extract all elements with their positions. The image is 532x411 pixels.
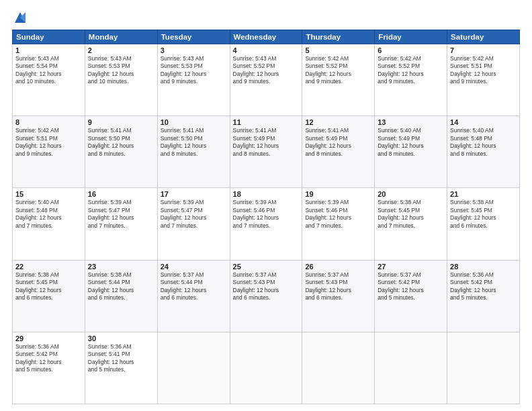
day-number: 12 [305,118,371,126]
day-header-saturday: Saturday [447,30,520,44]
calendar-cell: 4Sunrise: 5:43 AM Sunset: 5:52 PM Daylig… [230,44,302,116]
calendar-cell: 3Sunrise: 5:43 AM Sunset: 5:53 PM Daylig… [157,44,230,116]
calendar-cell [230,332,302,404]
day-header-tuesday: Tuesday [157,30,230,44]
day-info: Sunrise: 5:42 AM Sunset: 5:52 PM Dayligh… [305,55,371,86]
day-info: Sunrise: 5:42 AM Sunset: 5:51 PM Dayligh… [15,127,82,158]
calendar-cell: 26Sunrise: 5:37 AM Sunset: 5:43 PM Dayli… [302,260,375,332]
calendar-cell: 24Sunrise: 5:37 AM Sunset: 5:44 PM Dayli… [157,260,230,332]
calendar-cell: 22Sunrise: 5:38 AM Sunset: 5:45 PM Dayli… [13,260,85,332]
day-info: Sunrise: 5:41 AM Sunset: 5:50 PM Dayligh… [88,127,154,158]
day-number: 11 [233,118,300,126]
day-info: Sunrise: 5:38 AM Sunset: 5:45 PM Dayligh… [378,199,444,230]
calendar-cell: 14Sunrise: 5:40 AM Sunset: 5:48 PM Dayli… [447,116,520,188]
calendar-cell: 2Sunrise: 5:43 AM Sunset: 5:53 PM Daylig… [85,44,157,116]
day-number: 18 [233,190,300,198]
day-info: Sunrise: 5:41 AM Sunset: 5:49 PM Dayligh… [305,127,371,158]
day-info: Sunrise: 5:41 AM Sunset: 5:50 PM Dayligh… [161,127,227,158]
calendar-cell: 12Sunrise: 5:41 AM Sunset: 5:49 PM Dayli… [302,116,375,188]
week-row-5: 29Sunrise: 5:36 AM Sunset: 5:42 PM Dayli… [13,332,520,404]
day-info: Sunrise: 5:37 AM Sunset: 5:42 PM Dayligh… [378,271,444,302]
day-number: 8 [15,118,82,126]
calendar-cell: 6Sunrise: 5:42 AM Sunset: 5:52 PM Daylig… [375,44,447,116]
day-info: Sunrise: 5:43 AM Sunset: 5:52 PM Dayligh… [233,55,300,86]
calendar-cell: 17Sunrise: 5:39 AM Sunset: 5:47 PM Dayli… [157,188,230,260]
day-number: 5 [305,46,371,54]
day-number: 29 [15,334,82,342]
day-info: Sunrise: 5:40 AM Sunset: 5:48 PM Dayligh… [15,199,82,230]
calendar-cell [375,332,447,404]
day-number: 20 [378,190,444,198]
header [12,11,520,24]
calendar-cell [157,332,230,404]
day-number: 2 [88,46,154,54]
calendar-cell: 18Sunrise: 5:39 AM Sunset: 5:46 PM Dayli… [230,188,302,260]
day-number: 7 [450,46,517,54]
day-info: Sunrise: 5:36 AM Sunset: 5:42 PM Dayligh… [450,271,517,302]
day-number: 1 [15,46,82,54]
day-info: Sunrise: 5:38 AM Sunset: 5:45 PM Dayligh… [15,271,82,302]
day-info: Sunrise: 5:43 AM Sunset: 5:53 PM Dayligh… [161,55,227,86]
day-info: Sunrise: 5:37 AM Sunset: 5:44 PM Dayligh… [161,271,227,302]
day-number: 25 [233,263,300,271]
day-info: Sunrise: 5:43 AM Sunset: 5:54 PM Dayligh… [15,55,82,86]
day-number: 28 [450,263,517,271]
calendar-header-row: SundayMondayTuesdayWednesdayThursdayFrid… [13,30,520,44]
day-number: 6 [378,46,444,54]
calendar-cell: 13Sunrise: 5:40 AM Sunset: 5:49 PM Dayli… [375,116,447,188]
day-info: Sunrise: 5:38 AM Sunset: 5:44 PM Dayligh… [88,271,154,302]
day-number: 26 [305,263,371,271]
week-row-2: 8Sunrise: 5:42 AM Sunset: 5:51 PM Daylig… [13,116,520,188]
calendar-cell: 5Sunrise: 5:42 AM Sunset: 5:52 PM Daylig… [302,44,375,116]
calendar-cell: 16Sunrise: 5:39 AM Sunset: 5:47 PM Dayli… [85,188,157,260]
day-header-wednesday: Wednesday [230,30,302,44]
day-info: Sunrise: 5:39 AM Sunset: 5:47 PM Dayligh… [161,199,227,230]
day-number: 21 [450,190,517,198]
day-info: Sunrise: 5:43 AM Sunset: 5:53 PM Dayligh… [88,55,154,86]
calendar-cell: 11Sunrise: 5:41 AM Sunset: 5:49 PM Dayli… [230,116,302,188]
day-number: 4 [233,46,300,54]
day-number: 24 [161,263,227,271]
page: SundayMondayTuesdayWednesdayThursdayFrid… [0,0,532,411]
calendar-cell [447,332,520,404]
calendar-cell: 25Sunrise: 5:37 AM Sunset: 5:43 PM Dayli… [230,260,302,332]
day-info: Sunrise: 5:41 AM Sunset: 5:49 PM Dayligh… [233,127,300,158]
day-info: Sunrise: 5:39 AM Sunset: 5:46 PM Dayligh… [305,199,371,230]
calendar-cell: 8Sunrise: 5:42 AM Sunset: 5:51 PM Daylig… [13,116,85,188]
day-info: Sunrise: 5:42 AM Sunset: 5:52 PM Dayligh… [378,55,444,86]
calendar-cell: 23Sunrise: 5:38 AM Sunset: 5:44 PM Dayli… [85,260,157,332]
day-number: 9 [88,118,154,126]
day-number: 3 [161,46,227,54]
day-number: 15 [15,190,82,198]
logo-icon [13,11,27,24]
calendar-cell: 10Sunrise: 5:41 AM Sunset: 5:50 PM Dayli… [157,116,230,188]
calendar-cell [302,332,375,404]
day-info: Sunrise: 5:40 AM Sunset: 5:49 PM Dayligh… [378,127,444,158]
calendar-cell: 19Sunrise: 5:39 AM Sunset: 5:46 PM Dayli… [302,188,375,260]
day-header-sunday: Sunday [13,30,85,44]
calendar-cell: 27Sunrise: 5:37 AM Sunset: 5:42 PM Dayli… [375,260,447,332]
day-info: Sunrise: 5:36 AM Sunset: 5:42 PM Dayligh… [15,343,82,374]
day-number: 16 [88,190,154,198]
day-number: 19 [305,190,371,198]
calendar-cell: 7Sunrise: 5:42 AM Sunset: 5:51 PM Daylig… [447,44,520,116]
calendar-cell: 20Sunrise: 5:38 AM Sunset: 5:45 PM Dayli… [375,188,447,260]
day-number: 27 [378,263,444,271]
day-number: 30 [88,334,154,342]
day-header-friday: Friday [375,30,447,44]
calendar-cell: 15Sunrise: 5:40 AM Sunset: 5:48 PM Dayli… [13,188,85,260]
day-info: Sunrise: 5:39 AM Sunset: 5:46 PM Dayligh… [233,199,300,230]
day-info: Sunrise: 5:37 AM Sunset: 5:43 PM Dayligh… [305,271,371,302]
day-info: Sunrise: 5:42 AM Sunset: 5:51 PM Dayligh… [450,55,517,86]
day-number: 22 [15,263,82,271]
calendar-cell: 21Sunrise: 5:38 AM Sunset: 5:45 PM Dayli… [447,188,520,260]
calendar-cell: 29Sunrise: 5:36 AM Sunset: 5:42 PM Dayli… [13,332,85,404]
calendar-cell: 1Sunrise: 5:43 AM Sunset: 5:54 PM Daylig… [13,44,85,116]
day-header-monday: Monday [85,30,157,44]
day-number: 10 [161,118,227,126]
logo [12,11,27,24]
day-info: Sunrise: 5:38 AM Sunset: 5:45 PM Dayligh… [450,199,517,230]
calendar-table: SundayMondayTuesdayWednesdayThursdayFrid… [12,30,520,404]
day-info: Sunrise: 5:39 AM Sunset: 5:47 PM Dayligh… [88,199,154,230]
calendar-cell: 9Sunrise: 5:41 AM Sunset: 5:50 PM Daylig… [85,116,157,188]
